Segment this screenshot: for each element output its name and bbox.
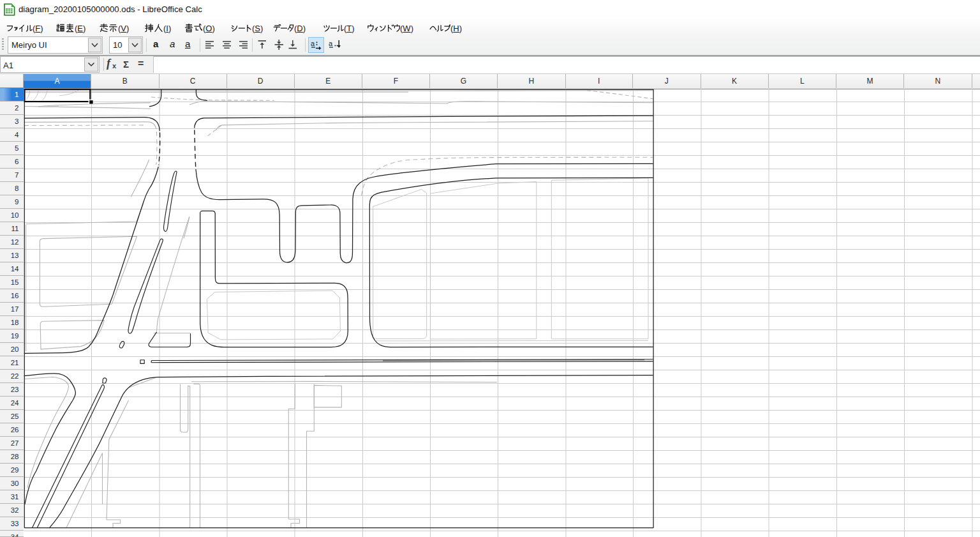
- svg-text:a: a: [311, 40, 315, 47]
- svg-text:a: a: [329, 40, 333, 47]
